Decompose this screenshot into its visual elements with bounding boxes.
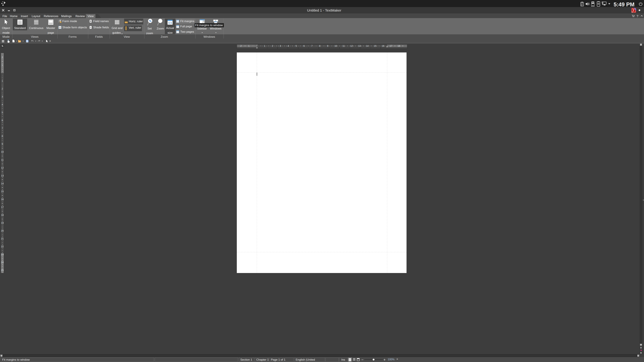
svg-text:T: T xyxy=(633,9,634,12)
svg-text:%: % xyxy=(149,19,151,22)
